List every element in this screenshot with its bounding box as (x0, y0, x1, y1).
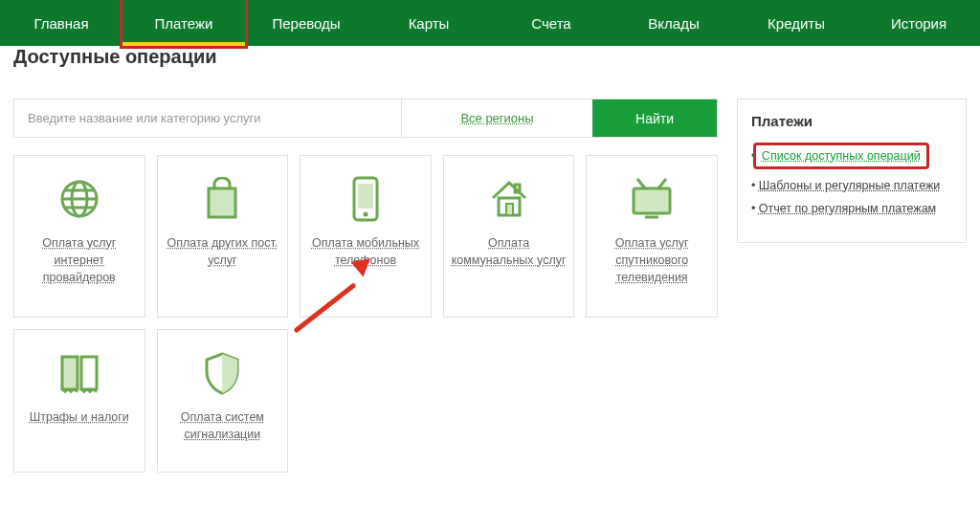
nav-item-main[interactable]: Главная (0, 0, 122, 46)
search-bar: Все регионы Найти (13, 99, 718, 138)
card-label: Оплата систем сигнализации (164, 408, 282, 443)
card-utilities[interactable]: Оплата коммунальных услуг (443, 155, 575, 318)
nav-item-credits[interactable]: Кредиты (735, 0, 858, 46)
sidebar-item-available-ops[interactable]: Список доступных операций (751, 143, 952, 169)
nav-label: Главная (33, 15, 88, 32)
highlight-box: Список доступных операций (753, 143, 929, 169)
nav-item-cards[interactable]: Карты (368, 0, 490, 46)
globe-icon (58, 173, 100, 225)
card-label: Оплата других пост. услуг (164, 234, 282, 269)
sidebar-link[interactable]: Шаблоны и регулярные платежи (759, 179, 940, 192)
receipt-icon (58, 347, 100, 399)
nav-label: История (891, 15, 947, 32)
sidebar-title: Платежи (751, 113, 952, 129)
card-other-services[interactable]: Оплата других пост. услуг (157, 155, 289, 318)
svg-rect-17 (81, 357, 97, 389)
card-mobile[interactable]: Оплата мобильных телефонов (300, 155, 432, 318)
region-select[interactable]: Все регионы (401, 99, 592, 137)
tv-icon (628, 173, 676, 225)
card-label: Оплата услуг интернет провайдеров (20, 234, 139, 286)
card-label: Оплата услуг спутникового телевидения (592, 234, 711, 286)
sidebar-link[interactable]: Отчет по регулярным платежам (759, 202, 936, 215)
card-fines-taxes[interactable]: Штрафы и налоги (13, 329, 145, 473)
card-label: Оплата коммунальных услуг (450, 234, 568, 269)
sidebar-item-report[interactable]: Отчет по регулярным платежам (751, 202, 952, 215)
card-internet[interactable]: Оплата услуг интернет провайдеров (13, 155, 145, 318)
svg-point-8 (363, 212, 368, 217)
svg-rect-12 (634, 188, 670, 213)
card-label: Штрафы и налоги (30, 408, 129, 426)
nav-label: Переводы (272, 15, 340, 32)
sidebar-item-templates[interactable]: Шаблоны и регулярные платежи (751, 179, 952, 192)
find-button[interactable]: Найти (592, 99, 717, 137)
svg-rect-10 (506, 204, 513, 215)
top-nav: Главная Платежи Переводы Карты Счета Вкл… (0, 0, 980, 46)
phone-icon (351, 173, 380, 225)
nav-label: Карты (409, 15, 450, 32)
svg-rect-5 (209, 188, 235, 217)
sidebar-panel: Платежи Список доступных операций Шаблон… (737, 99, 967, 243)
nav-label: Счета (531, 15, 570, 32)
card-satellite-tv[interactable]: Оплата услуг спутникового телевидения (586, 155, 718, 318)
nav-label: Платежи (155, 15, 213, 32)
main-column: Все регионы Найти Оплата услуг интернет … (13, 99, 718, 473)
svg-rect-7 (358, 184, 373, 209)
nav-item-payments[interactable]: Платежи (122, 0, 245, 46)
svg-rect-16 (62, 357, 78, 389)
shield-icon (202, 347, 242, 399)
nav-item-transfers[interactable]: Переводы (245, 0, 368, 46)
nav-item-accounts[interactable]: Счета (490, 0, 612, 46)
nav-item-deposits[interactable]: Вклады (612, 0, 735, 46)
category-grid: Оплата услуг интернет провайдеров Оплата… (13, 155, 718, 473)
house-icon (487, 173, 531, 225)
card-alarm-systems[interactable]: Оплата систем сигнализации (157, 329, 289, 473)
sidebar-link[interactable]: Список доступных операций (762, 149, 921, 163)
nav-item-history[interactable]: История (858, 0, 980, 46)
page-body: Все регионы Найти Оплата услуг интернет … (0, 81, 980, 473)
sidebar-list: Список доступных операций Шаблоны и регу… (751, 143, 952, 215)
card-label: Оплата мобильных телефонов (306, 234, 425, 269)
search-input[interactable] (14, 99, 401, 137)
nav-label: Кредиты (768, 15, 825, 32)
nav-label: Вклады (648, 15, 699, 32)
page-title: Доступные операции (0, 46, 980, 68)
sidebar-column: Платежи Список доступных операций Шаблон… (737, 99, 967, 243)
bag-icon (203, 173, 241, 225)
